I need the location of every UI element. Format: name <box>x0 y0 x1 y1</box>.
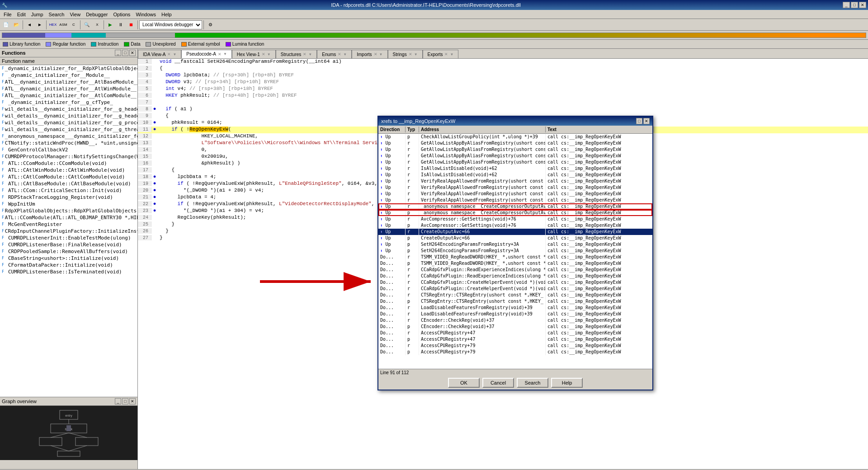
tab-strings[interactable]: Strings ✕ ▼ <box>388 50 423 58</box>
search-btn[interactable]: 🔍 <box>82 20 92 30</box>
tab-structures-close[interactable]: ✕ <box>303 52 307 56</box>
table-row[interactable]: ⬆ UprGetAllowListAppByAliasFromRegistry(… <box>378 159 652 165</box>
tab-enums-close[interactable]: ✕ <box>338 52 341 56</box>
list-item[interactable]: FATL::CComModule(ATL::ATL_OBJMAP_ENTRY30… <box>0 214 137 221</box>
table-row-redbox-2[interactable]: ⬆ Upp_anonymous_namespace__CreateCompres… <box>378 210 652 216</box>
menu-search[interactable]: Search <box>46 11 67 18</box>
table-row-selected[interactable]: ⬆ UprCreateOutputAvc+66call cs:__imp_Reg… <box>378 229 652 235</box>
list-item[interactable]: FCUMRDPListenerInit::EnableTestMode(ulon… <box>0 235 137 241</box>
table-row[interactable]: Do...rCCaRdpGfxPlugin::ReadExperienceInd… <box>378 273 652 279</box>
table-row[interactable]: ⬆ UppCheckAllowListGroupPolicy(int *,ulo… <box>378 134 652 140</box>
nav-back[interactable]: ◄ <box>24 20 34 30</box>
table-row[interactable]: ⬆ UprVerifyRealAppAllowedFromRegistry(us… <box>378 191 652 197</box>
table-row[interactable]: ⬆ UprAvcCompressor::GetSettings(void)+76… <box>378 216 652 222</box>
functions-panel-close[interactable]: ✕ <box>129 50 136 56</box>
table-row[interactable]: Do...pAccessCPURegistry+47call cs:__imp_… <box>378 336 652 343</box>
table-row[interactable]: Do...rTSMM_VIDEO_RegReadDWORD(HKEY_ *,us… <box>378 254 652 260</box>
list-item[interactable]: FCUMRDPListenerBase::FinalRelease(void) <box>0 241 137 248</box>
open-button[interactable]: 📂 <box>11 20 21 30</box>
list-item[interactable]: FCBaseString<ushort>::Initialize(void) <box>0 255 137 262</box>
nav-fwd[interactable]: ► <box>35 20 45 30</box>
tab-ida-view-a[interactable]: IDA View-A ✕ ▼ <box>138 50 181 58</box>
menu-view[interactable]: View <box>67 11 83 18</box>
help-button[interactable]: Help <box>551 378 583 388</box>
menu-file[interactable]: File <box>1 11 14 18</box>
graph-overview-collapse[interactable]: _ <box>115 398 121 404</box>
list-item[interactable]: FATL::CComModule::CComModule(void) <box>0 160 137 167</box>
tab-hex-close[interactable]: ✕ <box>262 52 265 56</box>
table-row[interactable]: Do...pAccessCPURegistry+79call cs:__imp_… <box>378 349 652 355</box>
functions-panel-collapse[interactable]: _ <box>115 50 121 56</box>
table-row[interactable]: ⬆ UprIsAllowListDisabled(void)+62call cs… <box>378 172 652 178</box>
table-row[interactable]: ⬆ UppAvcCompressor::GetSettings(void)+76… <box>378 222 652 229</box>
tab-structures[interactable]: Structures ✕ ▼ <box>276 50 317 58</box>
graph-overview-float[interactable]: □ <box>122 398 128 404</box>
list-item[interactable]: FCUMRDPProtocolManager::NotifySettingsCh… <box>0 153 137 160</box>
disasm-btn[interactable]: ASM <box>58 20 68 30</box>
table-row[interactable]: ⬆ UprVerifyRealAppAllowedFromRegistry(us… <box>378 197 652 203</box>
dialog-table[interactable]: ⬆ UppCheckAllowListGroupPolicy(int *,ulo… <box>378 134 652 369</box>
table-row[interactable]: ⬆ UprGetAllowListAppByAliasFromRegistry(… <box>378 153 652 159</box>
list-item[interactable]: FRDPStackTraceLogging_Register(void) <box>0 194 137 201</box>
tab-enums[interactable]: Enums ✕ ▼ <box>317 50 352 58</box>
ok-button[interactable]: OK <box>448 378 480 388</box>
minimize-button[interactable]: _ <box>843 2 850 8</box>
list-item[interactable]: F_anonymous_namespace___dynamic_initiali… <box>0 133 137 140</box>
table-row[interactable]: Do...rCEncoder::CheckReg(void)+37call cs… <box>378 317 652 324</box>
table-row[interactable]: ⬆ UprVerifyRealAppAllowedFromRegistry(us… <box>378 178 652 184</box>
list-item[interactable]: FCFormatDataPacker::Initialize(void) <box>0 262 137 268</box>
table-row[interactable]: ⬆ UppCreateOutputAvc+66call cs:__imp_Reg… <box>378 235 652 241</box>
table-row[interactable]: Do...rCCaRdpGfxPlugin::ReadExperienceInd… <box>378 267 652 273</box>
list-item[interactable]: FATL__dynamic_initializer_for__AtlWinMod… <box>0 85 137 92</box>
tab-exports-close[interactable]: ✕ <box>444 52 448 56</box>
cancel-button[interactable]: Cancel <box>482 378 514 388</box>
list-item[interactable]: FATL::CAtlComModule::CAtlComModule(void) <box>0 174 137 180</box>
table-row[interactable]: ⬆ UppSetH264EncodingParamsFromRegistry+3… <box>378 248 652 254</box>
hex-view-btn[interactable]: HEX <box>48 20 58 30</box>
dialog-maximize-btn[interactable]: □ <box>636 118 642 124</box>
tab-imports-close[interactable]: ✕ <box>374 52 377 56</box>
table-row[interactable]: ⬆ UprIsAllowListDisabled(void)+62call cs… <box>378 165 652 172</box>
search-button[interactable]: Search <box>517 378 548 388</box>
list-item[interactable]: FATL__dynamic_initializer_for__AtlBaseMo… <box>0 79 137 85</box>
tab-hex-view-1[interactable]: Hex View-1 ✕ ▼ <box>232 50 276 58</box>
xref-btn[interactable]: X <box>92 20 102 30</box>
list-item[interactable]: FATL__dynamic_initializer_for__AtlComMod… <box>0 92 137 99</box>
table-row[interactable]: Do...rAccessCPURegistry+79call cs:__imp_… <box>378 343 652 349</box>
new-button[interactable]: 📄 <box>1 20 11 30</box>
functions-panel-float[interactable]: □ <box>122 50 128 56</box>
close-button[interactable]: ✕ <box>859 2 866 8</box>
list-item[interactable]: Fwil_details__dynamic_initializer_for__g… <box>0 126 137 133</box>
run-btn[interactable]: ▶ <box>105 20 115 30</box>
list-item[interactable]: FCRDPPooledSample::RemoveAllBuffers(void… <box>0 248 137 255</box>
table-row[interactable]: Do...pCEncoder::CheckReg(void)+37call cs… <box>378 324 652 330</box>
table-row[interactable]: Do...rCTSRegEntry::CTSRegEntry(ushort co… <box>378 292 652 298</box>
list-item[interactable]: F_dynamic_initializer_for__RdpXPlatGloba… <box>0 65 137 72</box>
list-item[interactable]: FGenControlCallbackV2 <box>0 146 137 153</box>
list-item[interactable]: FRdpXPlatGlobalObjects::RdpXPlatGlobalOb… <box>0 207 137 214</box>
list-item[interactable]: Fwil_details__dynamic_initializer_for__g… <box>0 113 137 119</box>
table-row[interactable]: ⬆ UprGetAllowListAppByAliasFromRegistry(… <box>378 140 652 146</box>
list-item[interactable]: FATL::CAtlBaseModule::CAtlBaseModule(voi… <box>0 180 137 187</box>
list-item[interactable]: F_dynamic_initializer_for__g_cfType_ <box>0 99 137 106</box>
list-item[interactable]: FMcGenEventRegister <box>0 221 137 228</box>
tab-ida-close[interactable]: ✕ <box>167 52 171 56</box>
list-item[interactable]: FATL::CCom::CriticalSection::Init(void) <box>0 187 137 194</box>
table-row[interactable]: Do...pCTSRegEntry::CTSRegEntry(ushort co… <box>378 298 652 305</box>
list-item[interactable]: F_dynamic_initializer_for__Module__ <box>0 72 137 79</box>
table-row-redbox-1[interactable]: ⬆ Upr_anonymous_namespace__CreateCompres… <box>378 203 652 210</box>
tab-imports[interactable]: Imports ✕ ▼ <box>352 50 387 58</box>
graph-overview-close[interactable]: ✕ <box>129 398 136 404</box>
menu-help[interactable]: Help <box>159 11 175 18</box>
tab-strings-close[interactable]: ✕ <box>409 52 412 56</box>
pseudo-btn[interactable]: C <box>69 20 79 30</box>
menu-edit[interactable]: Edit <box>14 11 28 18</box>
table-row[interactable]: ⬆ UprVerifyRealAppAllowedFromRegistry(us… <box>378 184 652 191</box>
tab-pseudo-close[interactable]: ✕ <box>218 52 222 56</box>
tab-exports[interactable]: Exports ✕ ▼ <box>423 50 459 58</box>
menu-windows[interactable]: Windows <box>133 11 159 18</box>
table-row[interactable]: Do...rCCaRdpGfxPlugin::CreateHelperEvent… <box>378 286 652 292</box>
table-row[interactable]: ⬆ UprGetAllowListAppByAliasFromRegistry(… <box>378 146 652 153</box>
list-item[interactable]: Fwil_details__dynamic_initializer_for__g… <box>0 119 137 126</box>
table-row[interactable]: Do...rAccessCPURegistry+47call cs:__imp_… <box>378 330 652 336</box>
